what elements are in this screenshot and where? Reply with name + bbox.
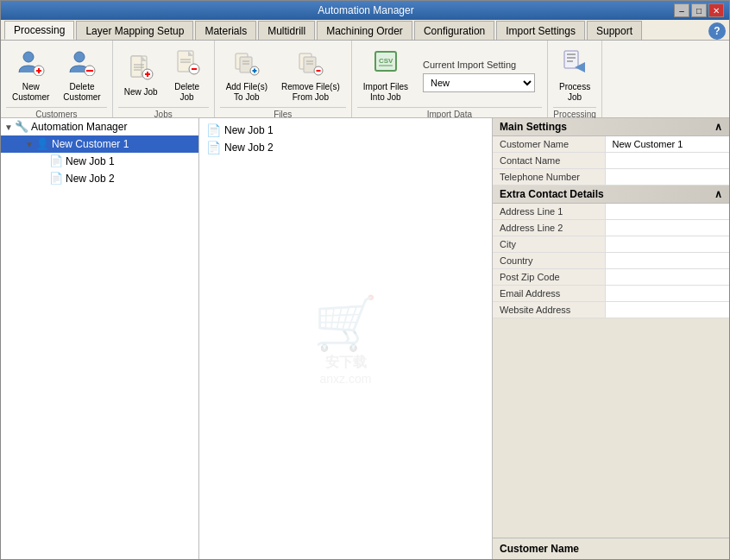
window-title: Automation Manager xyxy=(58,4,674,16)
maximize-button[interactable]: □ xyxy=(691,3,707,17)
tree-root-label: Automation Manager xyxy=(31,121,127,133)
delete-job-label: DeleteJob xyxy=(174,82,199,103)
prop-row-address2: Address Line 2 xyxy=(493,220,729,236)
ribbon-group-jobs: New Job DeleteJob xyxy=(113,41,215,117)
left-panel: ▼ 🔧 Automation Manager ▼ 👤 New Customer … xyxy=(1,118,199,559)
prop-value-customer-name[interactable]: New Customer 1 xyxy=(605,136,729,153)
tab-materials[interactable]: Materials xyxy=(195,21,256,40)
extra-contact-collapse[interactable]: ∧ xyxy=(714,188,722,200)
new-job-label: New Job xyxy=(124,87,158,98)
prop-value-website[interactable] xyxy=(605,302,729,318)
right-panel: Main Settings ∧ Customer Name New Custom… xyxy=(493,118,729,559)
tab-layer-mapping[interactable]: Layer Mapping Setup xyxy=(76,21,193,40)
tree-job-2[interactable]: 📄 New Job 2 xyxy=(1,170,198,187)
tree-job-2-icon: 📄 xyxy=(49,172,63,186)
svg-rect-3 xyxy=(38,68,40,73)
remove-files-label: Remove File(s)From Job xyxy=(281,82,340,103)
tab-configuration[interactable]: Configuration xyxy=(414,21,494,40)
prop-row-email: Email Address xyxy=(493,286,729,302)
ribbon-group-processing: ProcessJob Processing xyxy=(548,41,602,117)
prop-row-city: City xyxy=(493,236,729,253)
process-job-label: ProcessJob xyxy=(559,82,590,103)
prop-row-contact-name: Contact Name xyxy=(493,153,729,169)
job-list-item-2[interactable]: 📄 New Job 2 xyxy=(203,139,488,156)
properties-scroll-area: Main Settings ∧ Customer Name New Custom… xyxy=(493,118,729,538)
svg-rect-34 xyxy=(316,70,320,72)
main-settings-collapse[interactable]: ∧ xyxy=(714,121,722,133)
status-text: Customer Name xyxy=(500,543,579,555)
import-files-label: Import FilesInto Job xyxy=(363,82,408,103)
prop-value-contact-name[interactable] xyxy=(605,153,729,169)
tree-job-2-label: New Job 2 xyxy=(66,173,115,185)
delete-job-button[interactable]: DeleteJob xyxy=(166,44,209,107)
tab-processing[interactable]: Processing xyxy=(4,21,74,40)
jobs-buttons: New Job DeleteJob xyxy=(118,44,209,107)
new-customer-button[interactable]: NewCustomer xyxy=(6,44,55,107)
svg-rect-15 xyxy=(147,72,148,77)
delete-customer-button[interactable]: DeleteCustomer xyxy=(57,44,106,107)
delete-customer-label: DeleteCustomer xyxy=(63,82,100,103)
process-job-button[interactable]: ProcessJob xyxy=(553,44,596,107)
job-1-label: New Job 1 xyxy=(224,124,274,136)
prop-label-telephone: Telephone Number xyxy=(493,169,605,186)
svg-rect-41 xyxy=(567,60,573,62)
prop-label-email: Email Address xyxy=(493,286,605,302)
svg-rect-28 xyxy=(254,69,255,73)
window-controls: – □ ✕ xyxy=(674,3,724,17)
remove-files-icon xyxy=(297,48,324,80)
delete-customer-icon xyxy=(68,48,96,80)
tree-root-icon: 🔧 xyxy=(15,120,28,134)
extra-contact-section: Extra Contact Details ∧ Address Line 1 A… xyxy=(493,186,729,318)
tab-machining-order[interactable]: Machining Order xyxy=(317,21,412,40)
main-window: Automation Manager – □ ✕ Processing Laye… xyxy=(0,0,730,560)
tree-job-1[interactable]: 📄 New Job 1 xyxy=(1,153,198,170)
prop-value-address2[interactable] xyxy=(605,220,729,236)
minimize-button[interactable]: – xyxy=(674,3,689,17)
tree-customer-1[interactable]: ▼ 👤 New Customer 1 xyxy=(1,135,198,153)
new-customer-label: NewCustomer xyxy=(12,82,49,103)
add-files-icon xyxy=(233,48,261,80)
remove-files-button[interactable]: Remove File(s)From Job xyxy=(275,44,346,107)
import-files-button[interactable]: CSV Import FilesInto Job xyxy=(357,44,414,107)
prop-row-telephone: Telephone Number xyxy=(493,169,729,186)
tab-multidrill[interactable]: Multidrill xyxy=(258,21,315,40)
import-setting-panel: Current Import Setting New Option 2 xyxy=(416,60,542,92)
svg-text:CSV: CSV xyxy=(379,57,393,65)
prop-value-postzip[interactable] xyxy=(605,269,729,286)
prop-row-customer-name: Customer Name New Customer 1 xyxy=(493,136,729,153)
job-list-item-1[interactable]: 📄 New Job 1 xyxy=(203,122,488,139)
tree-root[interactable]: ▼ 🔧 Automation Manager xyxy=(1,118,198,135)
import-setting-label: Current Import Setting xyxy=(423,60,535,70)
svg-point-4 xyxy=(74,52,85,62)
add-files-button[interactable]: Add File(s)To Job xyxy=(220,44,274,107)
tree-customer-label: New Customer 1 xyxy=(52,138,129,150)
files-buttons: Add File(s)To Job Remove File(s)Fr xyxy=(220,44,346,107)
middle-panel: 📄 New Job 1 📄 New Job 2 🛒 安下载 anxz.com xyxy=(199,118,493,559)
new-job-button[interactable]: New Job xyxy=(118,49,164,102)
main-content: ▼ 🔧 Automation Manager ▼ 👤 New Customer … xyxy=(1,118,729,559)
prop-label-customer-name: Customer Name xyxy=(493,136,605,153)
svg-point-0 xyxy=(23,52,34,62)
help-button[interactable]: ? xyxy=(708,22,726,40)
tree-job-1-label: New Job 1 xyxy=(66,155,115,167)
add-files-label: Add File(s)To Job xyxy=(226,82,267,103)
prop-value-city[interactable] xyxy=(605,236,729,253)
close-button[interactable]: ✕ xyxy=(708,3,724,17)
import-setting-dropdown[interactable]: New Option 2 xyxy=(423,73,535,92)
prop-label-website: Website Address xyxy=(493,302,605,318)
prop-value-telephone[interactable] xyxy=(605,169,729,186)
tab-import-settings[interactable]: Import Settings xyxy=(496,21,585,40)
prop-value-address1[interactable] xyxy=(605,204,729,220)
process-job-icon xyxy=(561,48,588,80)
main-settings-header: Main Settings ∧ xyxy=(493,118,729,136)
watermark: 🛒 安下载 anxz.com xyxy=(313,293,378,386)
prop-label-city: City xyxy=(493,236,605,253)
new-customer-icon xyxy=(17,48,45,80)
prop-value-country[interactable] xyxy=(605,253,729,269)
prop-value-email[interactable] xyxy=(605,286,729,302)
prop-row-website: Website Address xyxy=(493,302,729,318)
prop-label-postzip: Post Zip Code xyxy=(493,269,605,286)
job-2-icon: 📄 xyxy=(206,141,221,154)
tab-support[interactable]: Support xyxy=(587,21,642,40)
delete-job-icon xyxy=(173,48,201,80)
